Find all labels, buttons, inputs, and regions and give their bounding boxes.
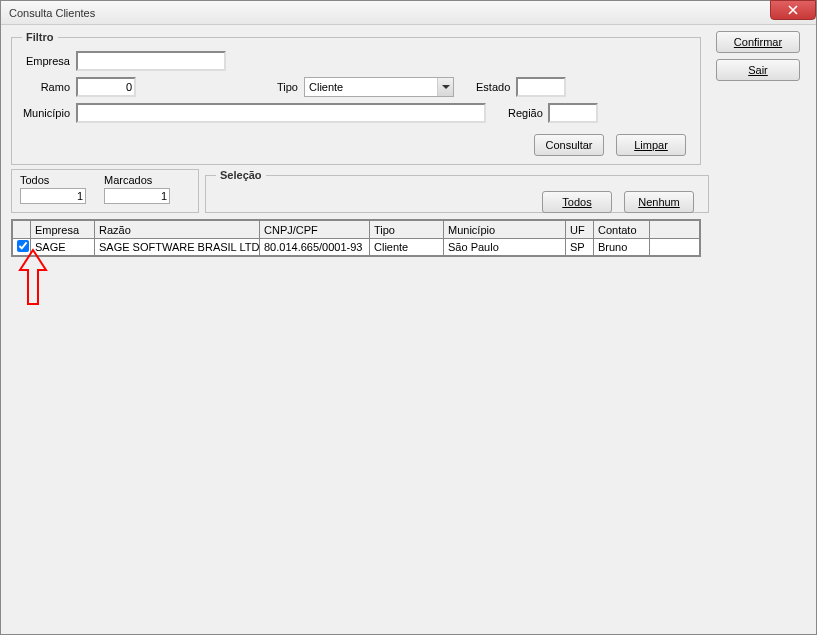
select-todos-button[interactable]: Todos bbox=[542, 191, 612, 213]
consultar-button[interactable]: Consultar bbox=[534, 134, 604, 156]
municipio-input[interactable] bbox=[76, 103, 486, 123]
selection-group: Seleção Todos Nenhum bbox=[205, 169, 709, 213]
col-municipio[interactable]: Município bbox=[444, 221, 566, 239]
label-regiao: Região bbox=[508, 107, 548, 119]
table-row[interactable]: SAGE SAGE SOFTWARE BRASIL LTD 80.014.665… bbox=[13, 239, 700, 256]
filter-legend: Filtro bbox=[22, 31, 58, 43]
tipo-value: Cliente bbox=[305, 81, 437, 93]
todos-count bbox=[20, 188, 86, 204]
selection-legend: Seleção bbox=[216, 169, 266, 181]
counts-group: Todos Marcados bbox=[11, 169, 199, 213]
window-title: Consulta Clientes bbox=[9, 7, 95, 19]
col-contato[interactable]: Contato bbox=[594, 221, 650, 239]
confirmar-button[interactable]: Confirmar bbox=[716, 31, 800, 53]
sair-button[interactable]: Sair bbox=[716, 59, 800, 81]
cell-cnpj: 80.014.665/0001-93 bbox=[260, 239, 370, 256]
label-ramo: Ramo bbox=[22, 81, 76, 93]
row-checkbox[interactable] bbox=[17, 240, 29, 252]
col-tipo[interactable]: Tipo bbox=[370, 221, 444, 239]
grid-header-row: Empresa Razão CNPJ/CPF Tipo Município UF… bbox=[13, 221, 700, 239]
results-grid[interactable]: Empresa Razão CNPJ/CPF Tipo Município UF… bbox=[11, 219, 701, 257]
titlebar: Consulta Clientes bbox=[1, 1, 816, 25]
ramo-input[interactable] bbox=[76, 77, 136, 97]
col-empresa[interactable]: Empresa bbox=[31, 221, 95, 239]
cell-razao: SAGE SOFTWARE BRASIL LTD bbox=[95, 239, 260, 256]
close-button[interactable] bbox=[770, 0, 816, 20]
col-razao[interactable]: Razão bbox=[95, 221, 260, 239]
cell-empresa: SAGE bbox=[31, 239, 95, 256]
chevron-down-icon[interactable] bbox=[437, 78, 453, 96]
select-nenhum-button[interactable]: Nenhum bbox=[624, 191, 694, 213]
close-icon bbox=[788, 5, 798, 15]
col-check[interactable] bbox=[13, 221, 31, 239]
label-tipo: Tipo bbox=[264, 81, 304, 93]
label-empresa: Empresa bbox=[22, 55, 76, 67]
cell-municipio: São Paulo bbox=[444, 239, 566, 256]
col-cnpj[interactable]: CNPJ/CPF bbox=[260, 221, 370, 239]
label-municipio: Município bbox=[22, 107, 76, 119]
cell-uf: SP bbox=[566, 239, 594, 256]
estado-input[interactable] bbox=[516, 77, 566, 97]
cell-tipo: Cliente bbox=[370, 239, 444, 256]
empresa-input[interactable] bbox=[76, 51, 226, 71]
cell-contato: Bruno bbox=[594, 239, 650, 256]
regiao-input[interactable] bbox=[548, 103, 598, 123]
col-uf[interactable]: UF bbox=[566, 221, 594, 239]
tipo-combobox[interactable]: Cliente bbox=[304, 77, 454, 97]
dialog-window: Consulta Clientes Filtro Empresa Ramo T bbox=[0, 0, 817, 635]
label-estado: Estado bbox=[476, 81, 516, 93]
label-todos-count: Todos bbox=[20, 174, 86, 186]
label-marcados-count: Marcados bbox=[104, 174, 170, 186]
limpar-button[interactable]: Limpar bbox=[616, 134, 686, 156]
filter-group: Filtro Empresa Ramo Tipo Cliente bbox=[11, 31, 701, 165]
col-spare bbox=[650, 221, 700, 239]
marcados-count bbox=[104, 188, 170, 204]
